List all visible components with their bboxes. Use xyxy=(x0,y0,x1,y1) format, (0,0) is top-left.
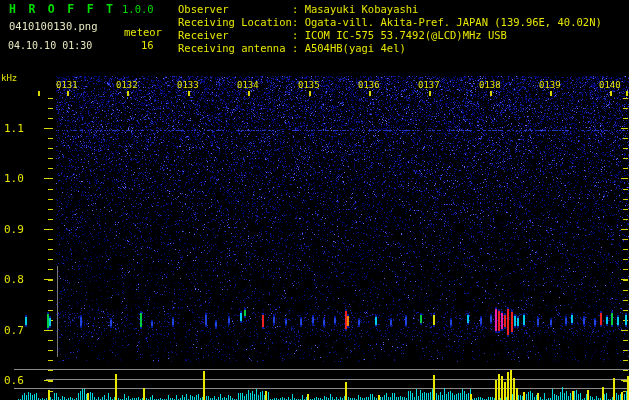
station-info-row: Receiver: ICOM IC-575 53.7492(@LCD)MHz U… xyxy=(178,29,602,42)
station-info-row: Receiving Location: Ogata-vill. Akita-Pr… xyxy=(178,16,602,29)
info-value: ICOM IC-575 53.7492(@LCD)MHz USB xyxy=(305,29,507,41)
info-value: Masayuki Kobayashi xyxy=(305,3,419,15)
info-separator: : xyxy=(292,3,305,15)
freq-tick-label: 0.7 xyxy=(4,324,24,337)
info-value: Ogata-vill. Akita-Pref. JAPAN (139.96E, … xyxy=(305,16,602,28)
timestamp: 04.10.10 01:30 xyxy=(8,40,92,51)
freq-tick-label: 0.8 xyxy=(4,273,24,286)
time-tick-label: 0140 xyxy=(599,80,621,90)
freq-unit-label: kHz xyxy=(1,74,17,84)
info-separator: : xyxy=(292,29,305,41)
app-title: HROFFT xyxy=(9,3,126,16)
time-tick-label: 0136 xyxy=(358,80,380,90)
station-info-row: Receiving antenna: A504HB(yagi 4el) xyxy=(178,42,602,55)
station-info: Observer: Masayuki KobayashiReceiving Lo… xyxy=(178,3,602,55)
info-label: Receiving Location xyxy=(178,16,292,28)
time-tick-label: 0134 xyxy=(237,80,259,90)
station-info-row: Observer: Masayuki Kobayashi xyxy=(178,3,602,16)
echo-count: 16 xyxy=(141,40,154,52)
info-label: Receiver xyxy=(178,29,292,41)
time-tick-label: 0131 xyxy=(56,80,78,90)
info-separator: : xyxy=(292,42,305,54)
mode-label: meteor xyxy=(124,27,162,39)
hrofft-screen: HROFFT 1.0.0 0410100130.png meteor 04.10… xyxy=(0,0,629,400)
output-filename: 0410100130.png xyxy=(9,21,98,33)
freq-tick-label: 0.6 xyxy=(4,374,24,387)
info-separator: : xyxy=(292,16,305,28)
info-value: A504HB(yagi 4el) xyxy=(305,42,406,54)
time-tick-label: 0138 xyxy=(479,80,501,90)
time-tick-label: 0137 xyxy=(418,80,440,90)
app-version: 1.0.0 xyxy=(122,4,154,16)
time-tick-label: 0135 xyxy=(298,80,320,90)
time-tick-label: 0139 xyxy=(539,80,561,90)
info-label: Receiving antenna xyxy=(178,42,292,54)
freq-tick-label: 1.1 xyxy=(4,122,24,135)
time-tick-label: 0133 xyxy=(177,80,199,90)
freq-tick-label: 0.9 xyxy=(4,223,24,236)
spectrogram-canvas xyxy=(0,0,629,400)
time-tick-label: 0132 xyxy=(116,80,138,90)
freq-tick-label: 1.0 xyxy=(4,172,24,185)
info-label: Observer xyxy=(178,3,292,15)
